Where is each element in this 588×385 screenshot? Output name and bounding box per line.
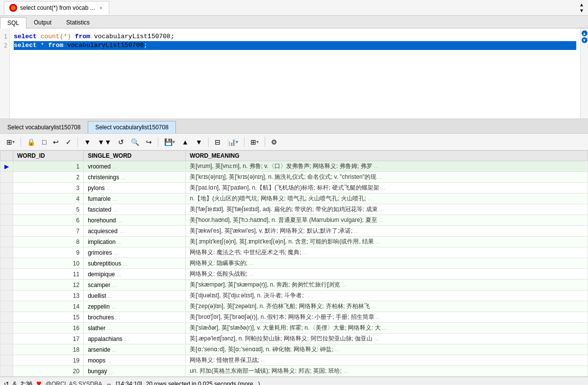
toolbar-down-btn[interactable]: ▼ [193,137,205,147]
meaning-expand-icon[interactable]: … [379,185,386,191]
data-table-wrap[interactable]: WORD_ID SINGLE_WORD WORD_MEANING ▶1vroom… [0,150,588,377]
meaning-expand-icon[interactable]: … [370,304,376,309]
expand-icon[interactable]: … [117,240,122,245]
cell-single-word: subreptitious … [84,258,186,269]
cell-single-word: vroomed … [84,161,186,172]
meaning-expand-icon[interactable]: … [340,282,346,288]
tab-statistics[interactable]: Statistics [59,17,97,28]
meaning-expand-icon[interactable]: … [342,368,348,374]
cell-word-meaning: 美['hoor.haʊnd], 英['hɔːhaʊnd], n. 普通夏至草 (… [186,215,588,226]
expand-icon[interactable]: … [106,186,111,191]
expand-icon[interactable]: … [108,293,113,299]
cell-word-meaning: 美['krɪs(ə)nɪŋ], 英['krɪs(ə)nɪŋ], n. 施洗礼仪式… [186,172,588,183]
expand-icon[interactable]: … [109,369,114,374]
meaning-expand-icon[interactable]: … [381,325,387,331]
row-indicator [0,323,13,334]
expand-icon[interactable]: … [118,218,122,223]
toolbar-up-btn[interactable]: ▲ [179,137,191,147]
expand-icon[interactable]: … [119,229,124,234]
editor-scroll-up[interactable]: ▲ [582,30,588,36]
editor-scroll-down[interactable]: ▼ [582,37,588,43]
toolbar-settings-btn[interactable]: ⚙ [269,137,280,147]
row-indicator [0,193,13,204]
col-header-word-id[interactable]: WORD_ID [13,151,84,161]
sql-line-1: select count(*) from vocabularyList15070… [14,32,576,41]
title-scroll: ▲ ▼ [579,2,584,13]
expand-icon[interactable]: … [117,272,122,277]
meaning-expand-icon[interactable]: … [374,239,380,244]
meaning-expand-icon[interactable]: … [374,314,381,320]
toolbar-grid-btn[interactable]: ⊞▾ [4,137,17,147]
toolbar-filter-btn[interactable]: ▼ [81,137,93,147]
scroll-up-icon[interactable]: ▲ [579,2,584,7]
toolbar-chart-btn[interactable]: 📊▾ [225,137,241,147]
query-tab[interactable]: select count(*) from vocab ... × [4,1,109,15]
toolbar-lock-btn[interactable]: 🔒 [24,137,38,147]
expand-icon[interactable]: … [107,326,112,331]
expand-icon[interactable]: … [112,347,117,353]
meaning-expand-icon[interactable]: … [377,217,384,223]
col-header-word-meaning[interactable]: WORD_MEANING [186,151,588,161]
cell-word-meaning: 美[.ɪmplɪ'keɪʃ(ə)n], 英[.ɪmplɪ'keɪʃ(ə)n], … [186,237,588,247]
cell-word-meaning: 美['paɪ.lɑn], 英['paɪlən], n.【航】(飞机场的)标塔; … [186,183,588,193]
expand-icon[interactable]: … [114,250,119,256]
meaning-expand-icon[interactable]: … [247,261,254,266]
toolbar-check-btn[interactable]: ✓ [63,137,74,147]
cell-word-meaning: 美[vrum], 英[vruːm], n. 弗鲁; v.〈口〉发弗鲁声; 网络释… [186,161,588,172]
sql-content[interactable]: select count(*) from vocabularyList15070… [10,28,580,119]
cell-word-meaning: 英[.æpə'leɪtʃɪənz], n. 阿帕拉契山脉; 网络释义: 阿巴拉契… [186,334,588,344]
result-tab-1[interactable]: Select vocabularylist150708 [0,121,88,133]
meaning-expand-icon[interactable]: … [304,293,310,298]
table-row: 6horehound …美['hoor.haʊnd], 英['hɔːhaʊnd]… [0,215,588,226]
toolbar-filter-all-btn[interactable]: ▼▼ [95,137,114,147]
expand-icon[interactable]: … [112,196,117,202]
toolbar-refresh-btn[interactable]: ↺ [116,137,126,147]
expand-icon[interactable]: … [123,261,128,266]
meaning-expand-icon[interactable]: … [259,358,266,363]
expand-icon[interactable]: … [112,164,117,169]
result-toolbar: ⊞▾ 🔒 □ ↩ ✓ ▼ ▼▼ ↺ 🔍 ↪ 💾▾ ▲ ▼ ⊟ 📊▾ ⊞▾ ⚙ [0,134,588,150]
meaning-expand-icon[interactable]: … [372,164,379,169]
expand-icon[interactable]: … [121,175,126,180]
expand-icon[interactable]: … [107,358,112,363]
tb-sep-4 [208,137,209,147]
expand-icon[interactable]: … [124,337,129,342]
meaning-expand-icon[interactable]: … [353,228,359,234]
line-numbers: 1 2 [0,28,10,119]
expand-icon[interactable]: … [112,283,117,288]
tb-sep-5 [244,137,245,147]
meaning-expand-icon[interactable]: … [378,207,384,212]
close-tab-button[interactable]: × [98,4,104,11]
col-header-single-word[interactable]: SINGLE_WORD [84,151,186,161]
tab-output[interactable]: Output [26,17,59,28]
expand-icon[interactable]: … [113,207,118,213]
meaning-expand-icon[interactable]: … [366,196,372,201]
toolbar-table-btn[interactable]: ⊞▾ [248,137,261,147]
cell-word-meaning: 美['slæðər], 英['slæðə(r)], v. 大量耗用; 挥霍; n… [186,323,588,334]
cell-word-id: 2 [13,172,84,183]
cell-word-meaning: 网络释义: 魔法之书; 中世纪巫术之书; 魔典; … [186,247,588,258]
meaning-expand-icon[interactable]: … [247,271,254,277]
scroll-down-icon[interactable]: ▼ [579,8,584,13]
tab-sql[interactable]: SQL [0,17,26,28]
toolbar-export-btn[interactable]: □ [40,137,49,147]
meaning-expand-icon[interactable]: … [376,174,383,180]
cell-word-id: 9 [13,247,84,258]
expand-icon[interactable]: … [116,315,121,320]
row-indicator [0,226,13,237]
editor-scrollbar: ▲ ▼ [580,28,588,119]
expand-icon[interactable]: … [111,304,116,310]
toolbar-find-btn[interactable]: 🔍 [128,137,142,147]
status-refresh-icon[interactable]: ↺ [4,381,9,385]
meaning-expand-icon[interactable]: … [334,347,340,352]
row-indicator [0,344,13,355]
toolbar-undo-btn[interactable]: ↩ [50,137,61,147]
meaning-expand-icon[interactable]: … [372,336,379,341]
toolbar-minus-btn[interactable]: ⊟ [212,137,223,147]
status-connector-icon: ↔ [106,381,112,385]
toolbar-save-btn[interactable]: 💾▾ [162,137,177,147]
meaning-expand-icon[interactable]: … [301,250,308,255]
result-tab-2[interactable]: Select vocabularylist150708 [88,121,175,133]
toolbar-nav-btn[interactable]: ↪ [144,137,154,147]
cell-single-word: implication … [84,237,186,247]
